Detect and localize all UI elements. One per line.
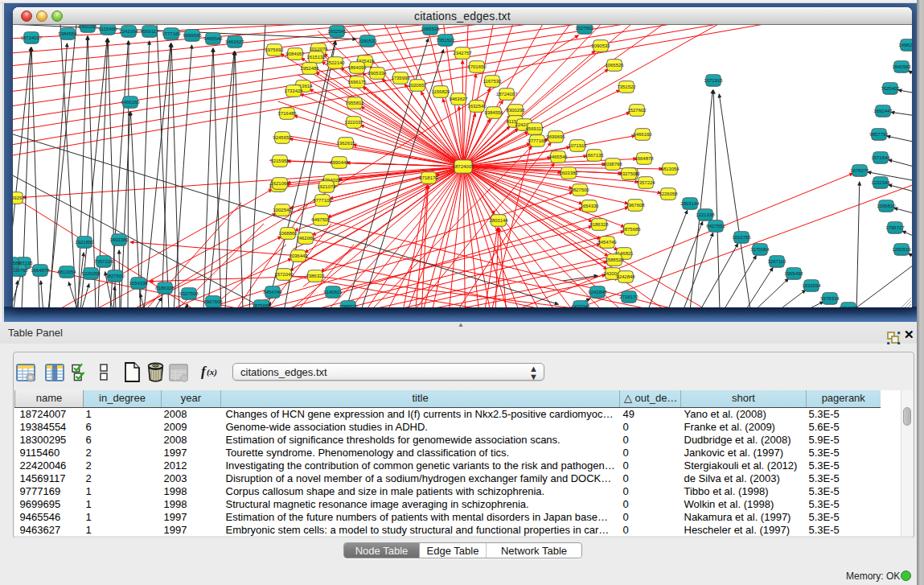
svg-text:1156829: 1156829 [432,89,451,94]
svg-text:1603380: 1603380 [559,171,578,175]
svg-text:9857791: 9857791 [869,132,889,137]
svg-text:1232344: 1232344 [871,180,890,185]
svg-text:8300295: 8300295 [78,25,97,29]
svg-text:3170064: 3170064 [750,247,770,252]
svg-text:1795727: 1795727 [885,225,905,230]
svg-text:2090533: 2090533 [591,43,610,48]
svg-text:1975692: 1975692 [265,47,284,52]
svg-text:1221338: 1221338 [696,212,715,217]
svg-text:1527602: 1527602 [627,108,647,113]
svg-text:3716485: 3716485 [277,111,297,116]
svg-text:1095810: 1095810 [877,204,896,208]
svg-text:18724007: 18724007 [453,164,474,169]
svg-text:1145194: 1145194 [13,102,14,107]
svg-text:1615132: 1615132 [306,55,326,60]
svg-text:1250519: 1250519 [892,247,911,252]
svg-text:2718170: 2718170 [619,295,639,299]
svg-text:6466160: 6466160 [121,100,140,105]
svg-text:1621064: 1621064 [270,181,290,186]
svg-text:2967608: 2967608 [203,299,223,304]
svg-text:9827500: 9827500 [105,274,125,278]
svg-text:1068860: 1068860 [278,231,298,236]
svg-text:1322037: 1322037 [344,120,363,125]
svg-text:2020657: 2020657 [408,83,427,88]
svg-text:1603380: 1603380 [109,237,129,242]
svg-text:2718170: 2718170 [419,175,438,180]
svg-text:1733426: 1733426 [284,89,303,93]
svg-text:1588520: 1588520 [605,257,624,262]
svg-text:8454749: 8454749 [598,240,617,245]
svg-text:3267110: 3267110 [768,259,787,264]
svg-text:1012074: 1012074 [309,47,328,51]
svg-text:2420046: 2420046 [571,304,590,307]
svg-text:2342757: 2342757 [453,51,472,56]
svg-text:1654336: 1654336 [129,281,148,286]
svg-text:1065526: 1065526 [605,63,624,68]
svg-text:7625402: 7625402 [881,86,900,91]
svg-text:9463627: 9463627 [449,97,468,101]
svg-text:3215958: 3215958 [270,159,290,163]
svg-text:2038768: 2038768 [603,162,622,167]
svg-text:5226058: 5226058 [659,192,678,196]
svg-text:1864091: 1864091 [347,65,367,70]
svg-text:1071915: 1071915 [568,143,587,148]
svg-text:2097586: 2097586 [13,261,21,266]
svg-text:1654336: 1654336 [580,204,599,208]
svg-text:1362615: 1362615 [336,141,355,146]
svg-text:9465546: 9465546 [548,154,568,159]
svg-text:1735993: 1735993 [391,76,410,80]
svg-text:7357224: 7357224 [94,259,113,264]
svg-text:18724007: 18724007 [496,92,518,97]
svg-text:1965498: 1965498 [784,271,803,276]
svg-text:9146821: 9146821 [323,290,343,295]
svg-text:1678275: 1678275 [850,168,869,173]
svg-text:1498222: 1498222 [898,43,912,47]
svg-text:9242848: 9242848 [588,290,607,295]
svg-text:7462060: 7462060 [296,236,315,241]
svg-text:1604678: 1604678 [839,306,858,307]
svg-text:3875685: 3875685 [622,227,641,232]
svg-text:2090533: 2090533 [358,39,377,43]
svg-text:8427552: 8427552 [706,224,725,229]
svg-text:8186328: 8186328 [155,286,175,290]
svg-text:1621072: 1621072 [317,184,336,189]
svg-text:8454749: 8454749 [263,290,282,295]
svg-text:5678334: 5678334 [820,296,840,301]
svg-text:9384554: 9384554 [484,110,503,115]
svg-text:7351522: 7351522 [436,38,455,43]
svg-text:8813054: 8813054 [660,167,680,171]
svg-text:18724007: 18724007 [21,35,43,40]
svg-text:9777169: 9777169 [162,31,181,36]
svg-text:1701650: 1701650 [467,64,487,69]
svg-text:1527602: 1527602 [575,26,594,31]
svg-text:1632545: 1632545 [467,104,487,109]
svg-text:2036443: 2036443 [289,253,308,258]
svg-text:9465546: 9465546 [203,36,223,41]
svg-text:1921850: 1921850 [75,240,94,245]
svg-text:9242848: 9242848 [616,274,635,279]
svg-text:9084067: 9084067 [285,51,305,56]
svg-text:1588520: 1588520 [339,304,358,307]
svg-text:9384554: 9384554 [58,31,77,36]
svg-text:1667135: 1667135 [585,153,604,158]
svg-text:8300295: 8300295 [506,108,525,113]
svg-text:6466160: 6466160 [633,132,652,137]
svg-text:1696175: 1696175 [347,80,367,84]
svg-text:4569117: 4569117 [526,126,545,131]
svg-text:9777109: 9777109 [313,198,332,203]
svg-text:1632545: 1632545 [327,29,347,34]
svg-text:1533594: 1533594 [802,283,821,288]
svg-text:1071915: 1071915 [704,78,723,83]
svg-text:7357224: 7357224 [636,180,655,185]
svg-text:2905334: 2905334 [368,71,387,76]
svg-text:1640993: 1640993 [892,64,911,69]
svg-text:2967608: 2967608 [626,203,645,208]
svg-text:8813054: 8813054 [57,270,76,274]
svg-text:1167530: 1167530 [483,79,503,84]
svg-text:2803144: 2803144 [680,201,700,206]
svg-text:1571644: 1571644 [871,155,890,160]
svg-text:6497508: 6497508 [311,217,331,222]
svg-text:3875685: 3875685 [252,303,271,307]
svg-text:9245652: 9245652 [273,135,292,140]
svg-text:8990448: 8990448 [330,160,349,165]
